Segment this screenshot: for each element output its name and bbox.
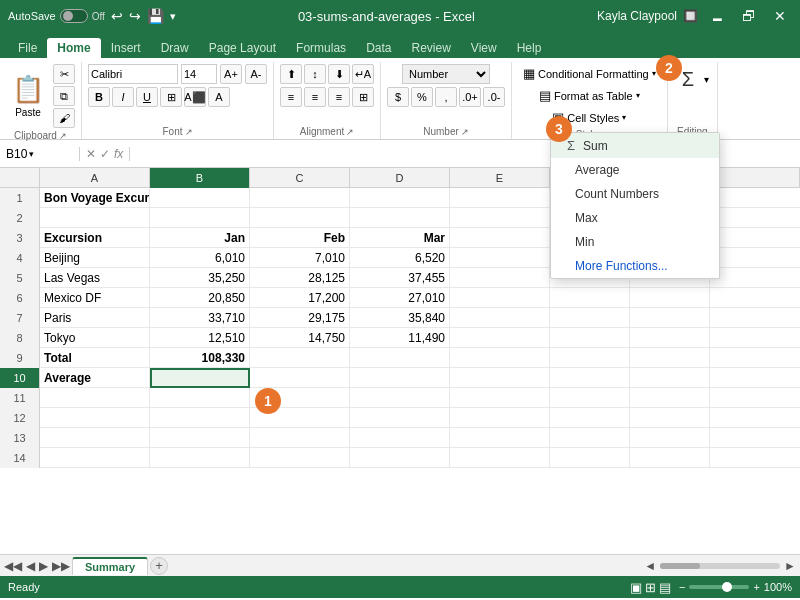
- tab-draw[interactable]: Draw: [151, 38, 199, 58]
- row-num-11[interactable]: 11: [0, 388, 40, 408]
- tab-formulas[interactable]: Formulas: [286, 38, 356, 58]
- maximize-button[interactable]: 🗗: [736, 6, 762, 26]
- row-num-2[interactable]: 2: [0, 208, 40, 228]
- cell-f12[interactable]: [550, 408, 630, 428]
- autosum-dropdown-arrow[interactable]: ▾: [702, 74, 711, 85]
- cell-c8[interactable]: 14,750: [250, 328, 350, 348]
- cell-a4[interactable]: Beijing: [40, 248, 150, 268]
- paste-button[interactable]: 📋 Paste: [6, 70, 50, 122]
- cell-a9[interactable]: Total: [40, 348, 150, 368]
- tab-file[interactable]: File: [8, 38, 47, 58]
- cell-d7[interactable]: 35,840: [350, 308, 450, 328]
- italic-button[interactable]: I: [112, 87, 134, 107]
- cell-e11[interactable]: [450, 388, 550, 408]
- row-num-4[interactable]: 4: [0, 248, 40, 268]
- cell-a5[interactable]: Las Vegas: [40, 268, 150, 288]
- cs-dropdown-icon[interactable]: ▾: [622, 113, 626, 122]
- cell-b1[interactable]: [150, 188, 250, 208]
- fat-dropdown-icon[interactable]: ▾: [636, 91, 640, 100]
- font-color-button[interactable]: A: [208, 87, 230, 107]
- comma-icon[interactable]: ,: [435, 87, 457, 107]
- row-num-10[interactable]: 10: [0, 368, 40, 388]
- increase-decimal-icon[interactable]: .0+: [459, 87, 481, 107]
- tab-help[interactable]: Help: [507, 38, 552, 58]
- increase-font-icon[interactable]: A+: [220, 64, 242, 84]
- horizontal-scroll-thumb[interactable]: [660, 563, 700, 569]
- max-menu-item[interactable]: Max: [551, 206, 719, 230]
- cell-b8[interactable]: 12,510: [150, 328, 250, 348]
- scroll-left-icon[interactable]: ◄: [644, 559, 656, 573]
- cell-c6[interactable]: 17,200: [250, 288, 350, 308]
- cell-d12[interactable]: [350, 408, 450, 428]
- cell-e7[interactable]: [450, 308, 550, 328]
- cell-b4[interactable]: 6,010: [150, 248, 250, 268]
- align-bottom-icon[interactable]: ⬇: [328, 64, 350, 84]
- align-middle-icon[interactable]: ↕: [304, 64, 326, 84]
- cell-f13[interactable]: [550, 428, 630, 448]
- decrease-decimal-icon[interactable]: .0-: [483, 87, 505, 107]
- cell-e13[interactable]: [450, 428, 550, 448]
- cell-d14[interactable]: [350, 448, 450, 468]
- cell-c4[interactable]: 7,010: [250, 248, 350, 268]
- cell-g12[interactable]: [630, 408, 710, 428]
- scroll-right-icon[interactable]: ►: [784, 559, 796, 573]
- autosave-toggle[interactable]: [60, 9, 88, 23]
- average-menu-item[interactable]: Average: [551, 158, 719, 182]
- cell-g11[interactable]: [630, 388, 710, 408]
- cell-b12[interactable]: [150, 408, 250, 428]
- normal-view-icon[interactable]: ▣: [630, 580, 642, 595]
- cell-e9[interactable]: [450, 348, 550, 368]
- cell-d8[interactable]: 11,490: [350, 328, 450, 348]
- minimize-button[interactable]: 🗕: [704, 6, 730, 26]
- cell-f10[interactable]: [550, 368, 630, 388]
- cell-b13[interactable]: [150, 428, 250, 448]
- cell-c14[interactable]: [250, 448, 350, 468]
- cell-b5[interactable]: 35,250: [150, 268, 250, 288]
- row-num-14[interactable]: 14: [0, 448, 40, 468]
- cell-e14[interactable]: [450, 448, 550, 468]
- zoom-thumb[interactable]: [722, 582, 732, 592]
- cell-c5[interactable]: 28,125: [250, 268, 350, 288]
- col-header-a[interactable]: A: [40, 168, 150, 188]
- undo-icon[interactable]: ↩: [111, 8, 123, 24]
- cell-e12[interactable]: [450, 408, 550, 428]
- copy-button[interactable]: ⧉: [53, 86, 75, 106]
- font-name-input[interactable]: [88, 64, 178, 84]
- cell-a2[interactable]: [40, 208, 150, 228]
- cell-c3[interactable]: Feb: [250, 228, 350, 248]
- cell-e3[interactable]: [450, 228, 550, 248]
- cancel-formula-icon[interactable]: ✕: [86, 147, 96, 161]
- number-format-select[interactable]: Number General Currency Percentage: [402, 64, 490, 84]
- decrease-font-icon[interactable]: A-: [245, 64, 267, 84]
- cell-d2[interactable]: [350, 208, 450, 228]
- cell-c10[interactable]: [250, 368, 350, 388]
- cell-e6[interactable]: [450, 288, 550, 308]
- cell-f8[interactable]: [550, 328, 630, 348]
- cell-c7[interactable]: 29,175: [250, 308, 350, 328]
- cell-f7[interactable]: [550, 308, 630, 328]
- cell-g6[interactable]: [630, 288, 710, 308]
- row-num-12[interactable]: 12: [0, 408, 40, 428]
- cell-b14[interactable]: [150, 448, 250, 468]
- font-expand-icon[interactable]: ↗: [185, 127, 193, 137]
- cell-a10[interactable]: Average: [40, 368, 150, 388]
- cell-g9[interactable]: [630, 348, 710, 368]
- cell-d5[interactable]: 37,455: [350, 268, 450, 288]
- col-header-b[interactable]: B: [150, 168, 250, 188]
- fill-color-button[interactable]: A⬛: [184, 87, 206, 107]
- row-num-9[interactable]: 9: [0, 348, 40, 368]
- cell-g8[interactable]: [630, 328, 710, 348]
- sheet-nav-next[interactable]: ▶: [39, 559, 48, 573]
- align-right-icon[interactable]: ≡: [328, 87, 350, 107]
- cell-f6[interactable]: [550, 288, 630, 308]
- sheet-nav-first[interactable]: ◀◀: [4, 559, 22, 573]
- page-break-view-icon[interactable]: ▤: [659, 580, 671, 595]
- cell-f11[interactable]: [550, 388, 630, 408]
- wrap-text-button[interactable]: ↵A: [352, 64, 374, 84]
- page-layout-view-icon[interactable]: ⊞: [645, 580, 656, 595]
- cell-c9[interactable]: [250, 348, 350, 368]
- cell-f9[interactable]: [550, 348, 630, 368]
- sheet-nav-prev[interactable]: ◀: [26, 559, 35, 573]
- cell-b7[interactable]: 33,710: [150, 308, 250, 328]
- align-left-icon[interactable]: ≡: [280, 87, 302, 107]
